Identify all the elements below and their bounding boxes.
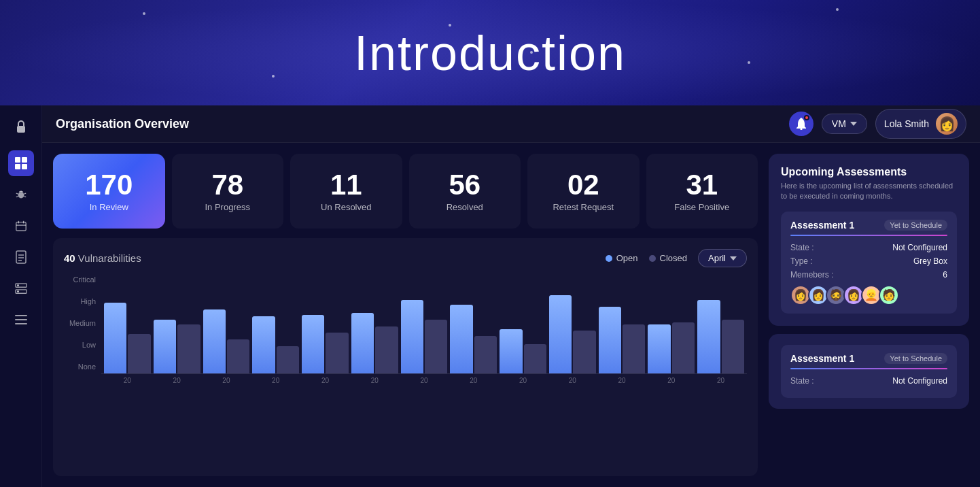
bar-group-0 [104, 275, 151, 373]
chart-area: 20202020202020202020202020 [101, 275, 747, 384]
assessment-1-name: Assessment 1 [790, 220, 854, 231]
assessment-panel-subtitle: Here is the upcoming list of assessments… [781, 181, 957, 202]
bar-group-11 [648, 275, 695, 373]
x-label-5: 20 [351, 377, 398, 384]
sidebar-item-bug[interactable] [8, 182, 34, 207]
bar-group-3 [252, 275, 299, 373]
bar-closed-3 [277, 346, 299, 373]
month-dropdown[interactable]: April [698, 249, 747, 267]
open-dot [606, 255, 612, 262]
bar-group-7 [450, 275, 497, 373]
x-label-4: 20 [302, 377, 349, 384]
bar-closed-2 [227, 339, 249, 373]
stat-card-un-resolved: 11 Un Resolved [290, 154, 402, 229]
stat-number-in-progress: 78 [211, 171, 243, 199]
y-label-low: Low [64, 341, 101, 349]
bar-closed-4 [326, 333, 348, 373]
x-label-2: 20 [203, 377, 250, 384]
user-pill[interactable]: Lola Smith 👩 [875, 109, 966, 139]
bar-group-4 [302, 275, 349, 373]
stat-number-un-resolved: 11 [330, 171, 362, 199]
bar-open-7 [450, 305, 472, 373]
y-label-medium: Medium [64, 319, 101, 327]
chart-title-area: 40 Vulnarabilities [64, 252, 141, 265]
x-label-8: 20 [500, 377, 546, 384]
members-avatars: 👩 👩 🧔 👩 👱 🧑 [790, 285, 947, 305]
month-label: April [708, 253, 726, 263]
vm-dropdown[interactable]: VM [822, 114, 867, 134]
stat-card-retest: 02 Retest Request [527, 154, 640, 229]
stat-card-resolved: 56 Resolved [409, 154, 521, 229]
y-label-none: None [64, 363, 101, 371]
hero-title: Introduction [354, 25, 626, 81]
type-label: Type : [790, 256, 813, 266]
stats-row: 170 In Review 78 In Progress 11 Un Resol… [53, 154, 758, 229]
stat-label-in-review: In Review [90, 202, 128, 212]
legend-open-label: Open [616, 253, 638, 263]
user-name-label: Lola Smith [884, 118, 929, 129]
stat-number-false-positive: 31 [686, 171, 718, 199]
assessment-item-1: Assessment 1 Yet to Schedule State : Not… [781, 212, 957, 314]
notification-button[interactable] [789, 112, 813, 136]
assessment-1-members-row: Memebers : 6 [790, 270, 947, 280]
bar-group-5 [351, 275, 398, 373]
assessment-item-2-header: Assessment 1 Yet to Schedule [790, 353, 947, 364]
sidebar-item-list[interactable] [8, 307, 34, 333]
assessment-1-state-row: State : Not Configured [790, 243, 947, 252]
stat-label-un-resolved: Un Resolved [321, 202, 371, 212]
stat-label-resolved: Resolved [447, 202, 483, 212]
svg-point-5 [18, 192, 24, 198]
assessment-card-2: Assessment 1 Yet to Schedule State : Not… [769, 334, 969, 409]
bar-open-10 [599, 307, 621, 373]
sidebar-item-lock[interactable] [8, 114, 34, 139]
bar-closed-12 [722, 320, 744, 373]
members-count: 6 [943, 270, 947, 280]
bar-closed-11 [672, 322, 695, 373]
sidebar [0, 105, 42, 487]
chart-legend: Open Closed [606, 253, 687, 263]
svg-line-10 [24, 197, 26, 197]
content-area: Organisation Overview VM Lola Smith 👩 [42, 105, 980, 487]
x-label-7: 20 [450, 377, 497, 384]
sidebar-item-dashboard[interactable] [8, 150, 34, 176]
bar-open-8 [500, 329, 522, 373]
bar-open-11 [648, 324, 670, 373]
sidebar-item-calendar[interactable] [8, 213, 34, 239]
bar-closed-6 [425, 320, 447, 373]
app-container: Organisation Overview VM Lola Smith 👩 [0, 105, 980, 487]
assessment-2-state-row: State : Not Configured [790, 376, 947, 386]
bar-chart: Critical High Medium Low None 2020202020… [64, 275, 747, 384]
assessment-2-name: Assessment 1 [790, 353, 854, 364]
svg-rect-24 [15, 319, 27, 320]
stat-card-in-progress: 78 In Progress [172, 154, 284, 229]
sidebar-item-server[interactable] [8, 275, 34, 301]
assessment-2-divider [790, 368, 947, 369]
left-panel: 170 In Review 78 In Progress 11 Un Resol… [53, 154, 758, 476]
x-label-3: 20 [252, 377, 299, 384]
chart-count: 40 Vulnarabilities [64, 252, 141, 264]
x-label-9: 20 [549, 377, 596, 384]
svg-rect-25 [15, 323, 27, 324]
bar-open-3 [252, 316, 275, 373]
bar-open-2 [203, 309, 226, 373]
svg-line-9 [16, 197, 18, 197]
stat-number-in-review: 170 [85, 171, 133, 199]
stat-number-resolved: 56 [449, 171, 480, 199]
svg-point-21 [17, 285, 18, 286]
bar-group-8 [500, 275, 546, 373]
y-label-critical: Critical [64, 275, 101, 284]
state-2-label: State : [790, 376, 814, 386]
sidebar-item-document[interactable] [8, 244, 34, 270]
type-value: Grey Box [913, 256, 947, 266]
bar-open-6 [401, 300, 423, 373]
x-label-12: 20 [697, 377, 744, 384]
chart-subtitle: Vulnarabilities [78, 252, 141, 264]
notification-badge [804, 115, 809, 120]
svg-line-8 [24, 193, 26, 194]
svg-rect-11 [16, 222, 25, 231]
x-label-1: 20 [154, 377, 200, 384]
stat-card-false-positive: 31 False Positive [646, 154, 758, 229]
bar-group-6 [401, 275, 448, 373]
legend-closed: Closed [649, 253, 687, 263]
main-content: 170 In Review 78 In Progress 11 Un Resol… [42, 143, 980, 487]
